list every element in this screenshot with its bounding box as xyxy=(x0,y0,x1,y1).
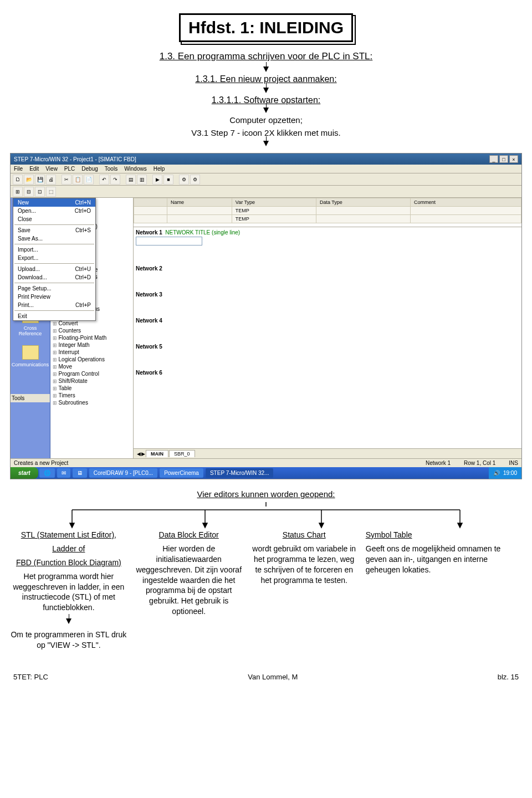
window-titlebar[interactable]: STEP 7-Micro/WIN 32 - Project1 - [SIMATI… xyxy=(11,154,521,165)
menu-item[interactable]: Help xyxy=(154,166,165,172)
tree-node[interactable]: Logical Operations xyxy=(53,356,131,363)
table-header[interactable]: Var Type xyxy=(232,198,316,207)
toolbar: 🗋 📂 💾 🖨 ✂ 📋 📄 ↶ ↷ ▤ ▥ ▶ ■ ⚙ ⚙ xyxy=(11,173,521,186)
tab[interactable]: SBR_0 xyxy=(169,450,195,457)
file-menu-item[interactable]: Download...Ctrl+D xyxy=(13,273,95,282)
menu-item[interactable]: Debug xyxy=(81,166,98,172)
table-header[interactable]: Name xyxy=(167,198,232,207)
file-menu-item[interactable]: Exit xyxy=(13,312,95,320)
editor-col-note: Om te programmeren in STL druk op "VIEW … xyxy=(10,630,127,651)
instruction-line: V3.1 Step 7 - icoon 2X klikken met muis. xyxy=(10,128,522,137)
minimize-icon[interactable]: _ xyxy=(489,155,498,163)
file-menu-item[interactable]: Print...Ctrl+P xyxy=(13,301,95,309)
taskbar-quick-icon[interactable]: 🌐 xyxy=(39,468,55,478)
toolbar-button[interactable]: ▥ xyxy=(137,175,147,185)
taskbar-item[interactable]: CorelDRAW 9 - [PLC0... xyxy=(89,468,157,478)
toolbar-button[interactable]: ↷ xyxy=(110,175,120,185)
file-menu-item[interactable]: Page Setup... xyxy=(13,284,95,293)
toolbar-button[interactable]: 🗋 xyxy=(13,175,23,185)
system-tray[interactable]: 🔊 19:00 xyxy=(489,467,521,479)
toolbar-button[interactable]: ■ xyxy=(163,175,173,185)
menu-item[interactable]: Tools xyxy=(105,166,117,172)
table-row[interactable]: TEMP xyxy=(134,207,521,215)
file-menu-item[interactable]: Close xyxy=(13,215,95,223)
nav-item[interactable]: Communications xyxy=(11,341,50,372)
toolbar-button[interactable]: ▶ xyxy=(152,175,162,185)
table-row[interactable]: TEMP xyxy=(134,215,521,223)
tree-node[interactable]: Counters xyxy=(53,327,131,334)
editor-tabs[interactable]: ◀ ▶ MAIN SBR_0 xyxy=(134,448,521,458)
toolbar-button[interactable]: ⬚ xyxy=(46,187,56,197)
file-menu-item[interactable]: Save As... xyxy=(13,234,95,243)
network-row[interactable]: Network 1 NETWORK TITLE (single line) xyxy=(136,229,519,245)
file-menu-item[interactable]: NewCtrl+N xyxy=(13,198,95,207)
network-row[interactable]: Network 2 xyxy=(136,265,519,272)
menu-item[interactable]: File xyxy=(14,166,23,172)
tray-icon[interactable]: 🔊 xyxy=(493,470,500,476)
tree-node[interactable]: Program Control xyxy=(53,370,131,377)
nav-tools-label[interactable]: Tools xyxy=(11,394,50,402)
menu-item[interactable]: Edit xyxy=(29,166,39,172)
file-menu-item[interactable]: SaveCtrl+S xyxy=(13,226,95,234)
start-button[interactable]: start xyxy=(11,467,38,479)
toolbar-button[interactable]: 💾 xyxy=(35,175,45,185)
toolbar-button[interactable]: 📂 xyxy=(24,175,34,185)
tree-node[interactable]: Shift/Rotate xyxy=(53,377,131,385)
maximize-icon[interactable]: □ xyxy=(499,155,508,163)
toolbar-secondary: ⊞ ⊟ ⊡ ⬚ xyxy=(11,186,521,198)
network-row[interactable]: Network 4 xyxy=(136,318,519,324)
tab-nav-icon[interactable]: ▶ xyxy=(141,451,145,457)
windows-taskbar[interactable]: start 🌐 ✉ 🖥 CorelDRAW 9 - [PLC0... Power… xyxy=(11,467,521,479)
toolbar-button[interactable]: ⚙ xyxy=(179,175,189,185)
branch-diagram xyxy=(10,502,522,530)
svg-marker-3 xyxy=(70,523,74,528)
menu-item[interactable]: Windows xyxy=(124,166,147,172)
tree-node[interactable]: Move xyxy=(53,363,131,370)
toolbar-button[interactable]: ✂ xyxy=(62,175,71,185)
taskbar-quick-icon[interactable]: 🖥 xyxy=(73,468,87,478)
tab[interactable]: MAIN xyxy=(146,450,168,457)
menu-item[interactable]: PLC xyxy=(64,166,75,172)
arrow-icon xyxy=(263,108,269,113)
toolbar-button[interactable]: ⊡ xyxy=(35,187,45,197)
table-header[interactable]: Comment xyxy=(411,198,521,207)
tree-node[interactable]: Table xyxy=(53,385,131,392)
table-header[interactable] xyxy=(134,198,167,207)
tree-node[interactable]: Floating-Point Math xyxy=(53,334,131,341)
tab-nav-icon[interactable]: ◀ xyxy=(137,451,141,457)
taskbar-quick-icon[interactable]: ✉ xyxy=(57,468,70,478)
taskbar-item[interactable]: STEP 7-Micro/WIN 32... xyxy=(206,468,274,478)
tree-node[interactable]: Timers xyxy=(53,392,131,399)
taskbar-item[interactable]: PowerCinema xyxy=(160,468,203,478)
tree-node[interactable]: Integer Math xyxy=(53,341,131,349)
file-menu-item[interactable]: Export... xyxy=(13,254,95,262)
editor-col-title: FBD (Function Block Diagram) xyxy=(10,557,127,568)
file-menu-item[interactable]: Open...Ctrl+O xyxy=(13,207,95,215)
close-icon[interactable]: × xyxy=(509,155,518,163)
tree-node[interactable]: Interrupt xyxy=(53,349,131,356)
file-menu-item[interactable]: Upload...Ctrl+U xyxy=(13,265,95,273)
toolbar-button[interactable]: ⊞ xyxy=(13,187,23,197)
tree-node[interactable]: Subroutines xyxy=(53,399,131,406)
footer-center: Van Lommel, M xyxy=(248,673,298,681)
toolbar-button[interactable]: 📋 xyxy=(73,175,83,185)
network-input[interactable] xyxy=(136,237,202,245)
file-menu-item[interactable]: Print Preview xyxy=(13,293,95,301)
toolbar-button[interactable]: ⊟ xyxy=(24,187,34,197)
toolbar-button[interactable]: ↶ xyxy=(99,175,109,185)
network-row[interactable]: Network 3 xyxy=(136,291,519,298)
menubar[interactable]: File Edit View PLC Debug Tools Windows H… xyxy=(11,165,521,173)
menu-item[interactable]: View xyxy=(45,166,58,172)
toolbar-button[interactable]: ▤ xyxy=(126,175,136,185)
file-menu-item[interactable]: Import... xyxy=(13,245,95,254)
file-menu-dropdown[interactable]: NewCtrl+NOpen...Ctrl+OCloseSaveCtrl+SSav… xyxy=(13,198,96,321)
network-row[interactable]: Network 5 xyxy=(136,344,519,350)
toolbar-button[interactable]: 🖨 xyxy=(46,175,56,185)
table-header[interactable]: Data Type xyxy=(316,198,410,207)
network-area[interactable]: Network 1 NETWORK TITLE (single line) Ne… xyxy=(134,227,521,448)
variable-table[interactable]: Name Var Type Data Type Comment TEMP TEM… xyxy=(134,198,521,223)
toolbar-button[interactable]: 📄 xyxy=(84,175,94,185)
toolbar-button[interactable]: ⚙ xyxy=(190,175,200,185)
network-row[interactable]: Network 6 xyxy=(136,370,519,376)
window-title: STEP 7-Micro/WIN 32 - Project1 - [SIMATI… xyxy=(14,156,136,162)
